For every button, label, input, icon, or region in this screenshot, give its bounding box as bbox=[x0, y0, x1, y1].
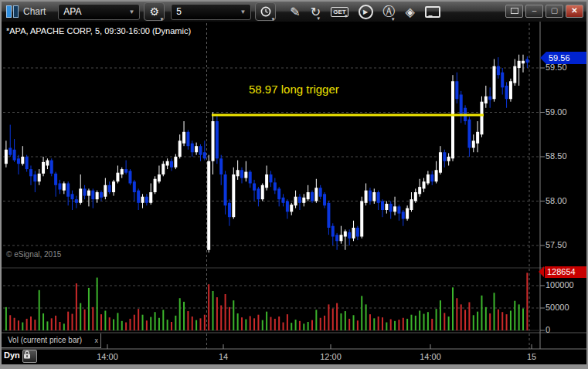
play-button[interactable]: ▶ bbox=[359, 5, 373, 19]
price-axis-label: 58.00 bbox=[546, 196, 567, 205]
time-lock-button[interactable] bbox=[22, 350, 37, 363]
pencil-icon: ✎ bbox=[290, 5, 300, 19]
close-icon[interactable]: x bbox=[95, 333, 99, 347]
last-price-badge: 59.56 bbox=[546, 52, 588, 64]
reload-button[interactable]: ↻▼ bbox=[311, 5, 321, 19]
volume-axis-label: 0 bbox=[546, 325, 550, 334]
link-button[interactable]: ◈ bbox=[406, 5, 415, 19]
window-controls: – ▢ ✕ bbox=[505, 5, 583, 18]
chart-window-icon bbox=[6, 5, 19, 18]
symbol-value: APA bbox=[63, 6, 81, 17]
chart-client-area: 59.5059.0058.5058.0057.5010000050000014:… bbox=[2, 22, 586, 364]
time-template-button[interactable]: ▼ bbox=[255, 2, 276, 21]
title-bar: Chart APA ▼ ⚙▼ 5 ▼ ▼ ✎ ↻▼ GET▼ ▶ Ⓐ▼ ◈ – … bbox=[2, 2, 586, 22]
volume-axis-label: 50000 bbox=[546, 303, 569, 312]
copyright-text: © eSignal, 2015 bbox=[6, 250, 61, 259]
minimize-button[interactable]: – bbox=[525, 5, 543, 18]
window-title: Chart bbox=[23, 6, 46, 17]
popout-button[interactable] bbox=[505, 5, 523, 18]
diamond-link-icon: ◈ bbox=[406, 5, 415, 19]
dyn-label: Dyn bbox=[4, 350, 20, 360]
time-axis-label: 14 bbox=[206, 352, 240, 361]
volume-tab-label: Vol (current price bar) bbox=[8, 336, 82, 344]
comment-bubble-icon bbox=[425, 6, 440, 18]
price-axis-label: 57.50 bbox=[546, 240, 567, 249]
auto-button[interactable]: Ⓐ▼ bbox=[383, 4, 396, 20]
last-volume-badge: 128654 bbox=[545, 266, 588, 278]
clock-icon bbox=[260, 6, 271, 17]
draw-tool-button[interactable]: ✎ bbox=[290, 5, 300, 19]
time-axis-label: 14:00 bbox=[413, 352, 447, 361]
chart-settings-button[interactable]: ⚙▼ bbox=[144, 2, 165, 21]
gear-icon: ⚙ bbox=[150, 5, 160, 18]
volume-study-tab[interactable]: Vol (current price bar) x bbox=[2, 333, 101, 348]
volume-axis-label: 100000 bbox=[546, 280, 574, 289]
symbol-combo[interactable]: APA ▼ bbox=[58, 4, 140, 20]
popout-icon bbox=[511, 8, 518, 14]
interval-combo[interactable]: 5 ▼ bbox=[171, 4, 251, 20]
lock-icon bbox=[23, 350, 31, 359]
chevron-down-icon[interactable]: ▼ bbox=[233, 8, 246, 15]
time-axis-label: 15 bbox=[515, 352, 549, 361]
price-axis-label: 58.50 bbox=[546, 151, 567, 161]
get-data-button[interactable]: GET▼ bbox=[331, 7, 348, 17]
comment-button[interactable] bbox=[425, 6, 440, 18]
volume-bars bbox=[6, 273, 527, 330]
chart-window: Chart APA ▼ ⚙▼ 5 ▼ ▼ ✎ ↻▼ GET▼ ▶ Ⓐ▼ ◈ – … bbox=[0, 0, 588, 369]
chart-header: *APA, APACHE CORP, 5, 09:30-16:00 (Dynam… bbox=[6, 26, 191, 36]
price-axis-label: 59.00 bbox=[546, 107, 567, 117]
chevron-down-icon[interactable]: ▼ bbox=[122, 8, 134, 15]
maximize-button[interactable]: ▢ bbox=[546, 5, 563, 18]
trigger-annotation[interactable]: 58.97 long trigger bbox=[249, 83, 339, 96]
play-icon: ▶ bbox=[359, 5, 373, 19]
close-button[interactable]: ✕ bbox=[566, 5, 583, 18]
time-axis-label: 14:00 bbox=[90, 352, 124, 361]
interval-value: 5 bbox=[176, 6, 182, 17]
time-axis-label: 12:00 bbox=[314, 352, 348, 361]
